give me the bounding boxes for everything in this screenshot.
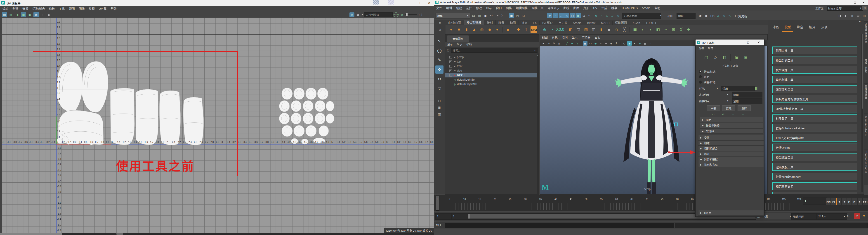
tool-button-XGen交互式导出ABC[interactable]: XGen交互式导出ABC xyxy=(772,134,857,141)
command-input[interactable] xyxy=(445,223,674,228)
close-button[interactable]: ✕ xyxy=(426,0,433,6)
panel-collapse-icon[interactable]: ▼ xyxy=(859,21,861,23)
planar-map-icon[interactable]: ▣ xyxy=(631,26,638,33)
expand-toggle-icon[interactable]: + xyxy=(450,56,452,59)
minimize-button[interactable]: — xyxy=(405,0,412,6)
bridge-icon[interactable]: ◇ xyxy=(613,26,620,33)
radio-调整/框选[interactable]: 调整/框选 xyxy=(699,80,715,84)
maya-menu-网格[interactable]: 网格 xyxy=(504,5,514,11)
viewport-menu-渲染器[interactable]: 渲染器 xyxy=(580,35,592,40)
step-forward-key-button[interactable]: ▶ xyxy=(852,198,857,205)
multi-cut-icon[interactable]: ╳ xyxy=(621,26,628,33)
four-pane-layout-icon[interactable]: ⊞ xyxy=(436,105,443,110)
wireframe-icon[interactable]: ◇ xyxy=(622,41,627,45)
anim-start-field[interactable]: 1 xyxy=(435,213,454,220)
maya-menu-曲面[interactable]: 曲面 xyxy=(571,5,581,11)
play-backwards-button[interactable]: ◀ xyxy=(842,198,847,205)
uv-menu-工具[interactable]: 工具 xyxy=(57,6,67,12)
poly-cone-icon[interactable]: ▲ xyxy=(471,26,477,33)
contour-stretch-icon[interactable]: ~ xyxy=(662,26,669,33)
uv-menu-帮助[interactable]: 帮助 xyxy=(108,6,119,12)
section-uv-sets[interactable]: ▶UV 集 xyxy=(698,210,764,215)
outliner-item-ROOT[interactable]: +➤ROOT xyxy=(445,73,537,77)
section-对齐和捕捉[interactable]: ▶对齐和捕捉 xyxy=(698,157,764,162)
new-scene-icon[interactable]: ▤ xyxy=(471,13,476,18)
camera-lock-icon[interactable]: ⊡ xyxy=(546,41,551,45)
shade-half-icon[interactable]: ◐ xyxy=(632,41,637,45)
chevron-down-icon[interactable]: ▼ xyxy=(727,100,729,102)
tool-button-模型分割工具[interactable]: 模型分割工具 xyxy=(772,56,857,64)
uv-menu-编辑[interactable]: 编辑 xyxy=(0,6,10,12)
outliner-item-top[interactable]: +▰top xyxy=(445,59,537,64)
shelf-tab-XGen[interactable]: XGen xyxy=(630,21,643,25)
anim-layer-field[interactable]: 无动画层 xyxy=(792,213,817,220)
chevron-down-icon[interactable]: ▼ xyxy=(727,94,729,96)
maximize-button[interactable]: □ xyxy=(851,0,859,5)
maya-menu-显示[interactable]: 显示 xyxy=(484,5,494,11)
toolkit-menu-帮助[interactable]: 帮助 xyxy=(706,46,715,51)
shelf-tab-FX 缓存[interactable]: FX 缓存 xyxy=(539,20,556,25)
tool-button-UV集改默认名字工具[interactable]: UV集改默认名字工具 xyxy=(772,105,857,112)
viewport-menu-照明[interactable]: 照明 xyxy=(560,35,569,40)
smooth-shade-icon[interactable]: ◆ xyxy=(627,41,632,45)
poly-plane-icon[interactable]: ◆ xyxy=(486,26,493,33)
snap-grid-icon[interactable]: # xyxy=(547,13,553,18)
poly-torus-icon[interactable]: ◎ xyxy=(478,26,485,33)
maya-menu-生成[interactable]: 生成 xyxy=(599,5,609,11)
panel-tab-动画[interactable]: 动画 xyxy=(770,23,781,32)
svg-icon[interactable]: svg xyxy=(530,26,537,33)
viewport-menu-显示[interactable]: 显示 xyxy=(569,35,580,40)
single-pane-layout-icon[interactable]: ◻ xyxy=(436,98,443,103)
expand-toggle-icon[interactable]: + xyxy=(450,74,452,76)
film-gate-icon[interactable]: ▭ xyxy=(588,41,593,45)
shelf-tab-曲线/曲面[interactable]: 曲线/曲面 xyxy=(445,20,464,25)
outliner-menu-显示[interactable]: 显示 xyxy=(455,42,464,47)
grid-outline-icon[interactable]: ▣ xyxy=(21,12,26,17)
tile-view-icon[interactable]: ▦ xyxy=(2,12,7,17)
grease-pencil-icon[interactable]: ╲ xyxy=(575,41,580,45)
poly-cube-icon[interactable]: ■ xyxy=(456,26,462,33)
section-排列和布局[interactable]: ▶排列和布局 xyxy=(698,162,764,167)
select-hierarchy-icon[interactable]: ▣ xyxy=(509,13,514,18)
image-display-icon[interactable]: ▨ xyxy=(349,12,354,17)
render-view-icon[interactable]: ◎ xyxy=(721,13,726,18)
separate-icon[interactable]: ◫ xyxy=(590,26,597,33)
snap-view-icon[interactable]: ▢ xyxy=(570,13,575,18)
play-forwards-button[interactable]: ▶ xyxy=(847,198,852,205)
cut-uv-icon[interactable]: ╳ xyxy=(678,26,684,33)
maya-menu-编辑[interactable]: 编辑 xyxy=(444,5,454,11)
maya-menu-缓存[interactable]: 缓存 xyxy=(609,5,619,11)
outliner-item-defaultLightSet[interactable]: ◎defaultLightSet xyxy=(445,77,537,82)
workspace-toggle-icon[interactable]: ◫ xyxy=(862,13,867,18)
tool-button-partial[interactable] xyxy=(772,192,857,195)
undo-icon[interactable]: ↶ xyxy=(489,13,494,18)
step-back-key-button[interactable]: ◀ xyxy=(836,198,842,205)
character-model[interactable] xyxy=(615,56,697,194)
snap-curve-icon[interactable]: ~ xyxy=(553,13,558,18)
output-connections-icon[interactable]: ∩ xyxy=(599,13,604,18)
snap-projection-icon[interactable]: ◎ xyxy=(564,13,569,18)
uv-tile-mode-icon[interactable]: ⊞ xyxy=(742,54,749,61)
layer-editor-toggle-icon[interactable]: ▤ xyxy=(855,13,861,18)
section-展开[interactable]: ▶展开 xyxy=(698,151,764,157)
render-region-icon[interactable]: ▣ xyxy=(704,13,709,18)
pixel-grid-icon[interactable]: ▩ xyxy=(33,12,39,17)
camera-gear-icon[interactable]: ⚙ xyxy=(552,41,556,45)
uv-snapshot-icon[interactable]: ◉ xyxy=(46,12,52,17)
expand-toggle-icon[interactable]: + xyxy=(450,65,452,67)
extrude-icon[interactable]: ▮ xyxy=(598,26,604,33)
maya-menu-创建[interactable]: 创建 xyxy=(454,5,464,11)
channel-box-toggle-icon[interactable]: ▥ xyxy=(849,13,855,18)
horizontal-scrollbar[interactable] xyxy=(0,233,62,235)
minimize-button[interactable]: — xyxy=(842,0,850,5)
shelf-tab-MASH[interactable]: MASH xyxy=(598,21,613,25)
shelf-tab-TURTLE[interactable]: TURTLE xyxy=(643,21,660,25)
highlight-selection-icon[interactable]: ↖ xyxy=(587,13,592,18)
close-button[interactable]: ✕ xyxy=(860,0,867,5)
spherical-map-icon[interactable]: ◑ xyxy=(647,26,654,33)
uv-menu-图像[interactable]: 图像 xyxy=(77,6,87,12)
booleans-icon[interactable]: ◱ xyxy=(575,26,582,33)
tool-button-批量blinn转lambert[interactable]: 批量blinn转lambert xyxy=(772,173,857,180)
section-创建[interactable]: ▶创建 xyxy=(698,140,764,145)
origin-locator-icon[interactable]: 0,0,0 xyxy=(557,26,563,33)
